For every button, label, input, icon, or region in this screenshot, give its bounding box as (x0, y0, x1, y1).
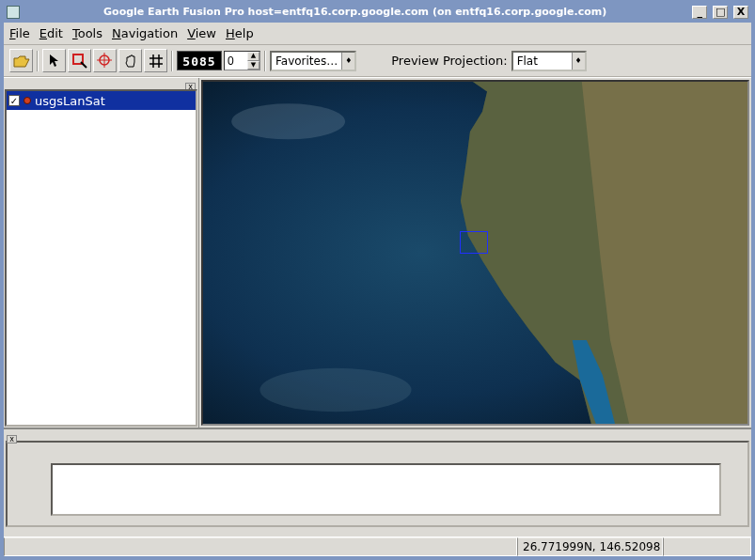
zoom-drag-tool[interactable] (93, 49, 117, 72)
projection-text: Flat (513, 53, 572, 70)
zoom-level-spinner[interactable]: ▲ ▼ (224, 51, 260, 70)
toolbar-separator (171, 51, 173, 71)
zoom-display: 5085 (177, 51, 222, 70)
menubar: File Edit Tools Navigation View Help (4, 23, 751, 45)
svg-marker-0 (14, 56, 29, 67)
toolbar-separator (264, 51, 266, 71)
status-right (663, 537, 751, 556)
menu-tools[interactable]: Tools (72, 26, 102, 40)
layer-item[interactable]: ✓ usgsLanSat (7, 91, 196, 110)
maximize-button[interactable]: □ (713, 6, 728, 19)
hand-icon (123, 54, 138, 69)
layer-label: usgsLanSat (35, 94, 105, 108)
zoom-box-tool[interactable] (68, 49, 91, 72)
favorites-text: Favorites… (272, 53, 341, 70)
zoom-box-icon (71, 53, 88, 70)
layer-checkbox[interactable]: ✓ (8, 95, 20, 106)
status-left (4, 537, 517, 556)
toolbar: 5085 ▲ ▼ Favorites… ♦ Preview Projection… (4, 45, 751, 77)
menu-help[interactable]: Help (226, 26, 254, 40)
minimize-button[interactable]: _ (692, 6, 707, 19)
window-title: Google Earth Fusion Pro host=entfq16.cor… (20, 6, 690, 18)
projection-label: Preview Projection: (391, 54, 507, 68)
cursor-icon (49, 54, 60, 69)
svg-point-8 (231, 103, 345, 139)
menu-edit[interactable]: Edit (39, 26, 63, 40)
menu-view[interactable]: View (187, 26, 216, 40)
menu-navigation[interactable]: Navigation (112, 26, 178, 40)
thumbnail-close-button[interactable]: x (7, 435, 17, 443)
svg-marker-1 (50, 54, 58, 67)
map-preview[interactable] (201, 80, 749, 426)
pointer-tool[interactable] (42, 49, 66, 72)
favorites-combo[interactable]: Favorites… ♦ (270, 51, 356, 71)
grid-icon (149, 54, 164, 69)
projection-dropdown-button[interactable]: ♦ (572, 53, 585, 70)
layer-tree[interactable]: ✓ usgsLanSat (5, 89, 197, 427)
titlebar: Google Earth Fusion Pro host=entfq16.cor… (4, 4, 751, 23)
projection-combo[interactable]: Flat ♦ (511, 51, 587, 71)
layer-status-icon (24, 97, 31, 104)
status-coords: 26.771999N, 146.52098 (517, 537, 663, 556)
crosshair-icon (97, 53, 114, 70)
close-button[interactable]: X (733, 6, 748, 19)
spin-down[interactable]: ▼ (247, 61, 260, 70)
selection-box[interactable] (460, 231, 488, 254)
folder-open-icon (13, 54, 30, 68)
spin-up[interactable]: ▲ (247, 52, 260, 61)
zoom-level-input[interactable] (225, 52, 247, 70)
thumbnail-panel: x (4, 428, 751, 537)
grid-tool[interactable] (144, 49, 167, 72)
statusbar: 26.771999N, 146.52098 (4, 537, 751, 556)
toolbar-separator (37, 51, 39, 71)
favorites-dropdown-button[interactable]: ♦ (341, 53, 354, 70)
svg-point-9 (260, 368, 411, 412)
sidebar: x ✓ usgsLanSat (4, 78, 199, 428)
open-button[interactable] (9, 49, 33, 72)
thumbnail-strip[interactable] (51, 463, 721, 516)
menu-file[interactable]: File (9, 26, 30, 40)
pan-tool[interactable] (118, 49, 142, 72)
app-icon (7, 6, 20, 19)
